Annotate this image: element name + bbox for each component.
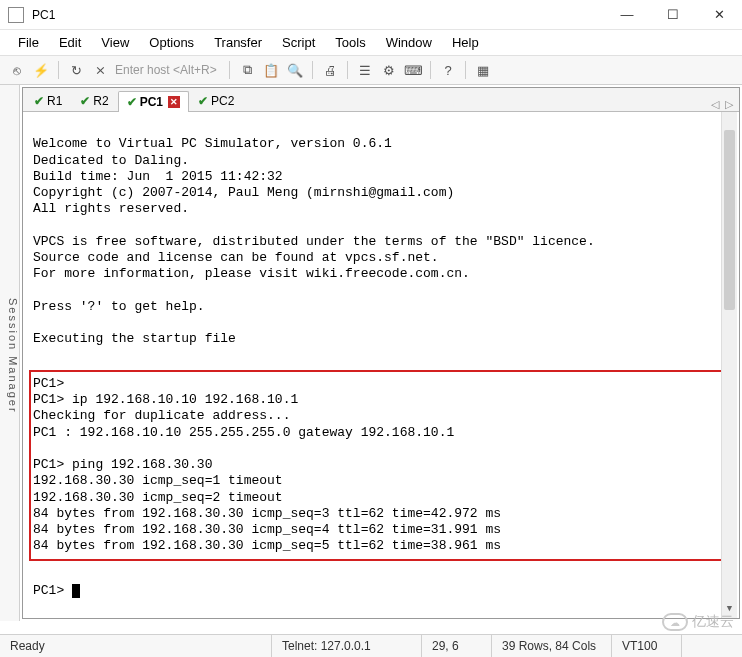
menu-file[interactable]: File <box>10 33 47 52</box>
minimize-button[interactable]: — <box>604 0 650 29</box>
keymap-icon[interactable]: ⌨ <box>402 59 424 81</box>
quick-connect-icon[interactable]: ⚡ <box>30 59 52 81</box>
reconnect-icon[interactable]: ↻ <box>65 59 87 81</box>
status-size: 39 Rows, 84 Cols <box>492 635 612 657</box>
session-tabs: ✔R1 ✔R2 ✔PC1✕ ✔PC2 ◁ ▷ <box>23 88 739 112</box>
annotation: 此时PC1 再次PINGPC2 连通成功！！！ <box>33 617 729 618</box>
copy-icon[interactable]: ⧉ <box>236 59 258 81</box>
tab-prev-icon[interactable]: ◁ <box>711 98 719 111</box>
status-position: 29, 6 <box>422 635 492 657</box>
highlight-box: PC1> PC1> ip 192.168.10.10 192.168.10.1 … <box>29 370 733 561</box>
tab-r2[interactable]: ✔R2 <box>71 90 117 111</box>
session-manager-tab[interactable]: Session Manager <box>0 85 20 621</box>
connect-icon[interactable]: ⎋ <box>6 59 28 81</box>
tab-label: PC2 <box>211 94 234 108</box>
terminal-intro: Welcome to Virtual PC Simulator, version… <box>33 136 595 346</box>
app-icon <box>8 7 24 23</box>
close-tab-icon[interactable]: ✕ <box>168 96 180 108</box>
window-title: PC1 <box>32 8 604 22</box>
status-ready: Ready <box>0 635 272 657</box>
separator <box>58 61 59 79</box>
menu-transfer[interactable]: Transfer <box>206 33 270 52</box>
content-area: ✔R1 ✔R2 ✔PC1✕ ✔PC2 ◁ ▷ Welcome to Virtua… <box>22 87 740 619</box>
status-caps <box>682 635 742 657</box>
tabs-nav: ◁ ▷ <box>705 98 739 111</box>
status-term: VT100 <box>612 635 682 657</box>
cloud-icon: ☁ <box>662 613 688 631</box>
menu-help[interactable]: Help <box>444 33 487 52</box>
find-icon[interactable]: 🔍 <box>284 59 306 81</box>
toolbar: ⎋ ⚡ ↻ ⨯ Enter host <Alt+R> ⧉ 📋 🔍 🖨 ☰ ⚙ ⌨… <box>0 55 742 85</box>
menu-edit[interactable]: Edit <box>51 33 89 52</box>
properties-icon[interactable]: ☰ <box>354 59 376 81</box>
tab-label: PC1 <box>140 95 163 109</box>
new-session-icon[interactable]: ▦ <box>472 59 494 81</box>
status-telnet: Telnet: 127.0.0.1 <box>272 635 422 657</box>
separator <box>430 61 431 79</box>
check-icon: ✔ <box>198 94 208 108</box>
menu-window[interactable]: Window <box>378 33 440 52</box>
scrollbar[interactable]: ▲ ▼ <box>721 112 737 618</box>
tab-next-icon[interactable]: ▷ <box>725 98 733 111</box>
print-icon[interactable]: 🖨 <box>319 59 341 81</box>
maximize-button[interactable]: ☐ <box>650 0 696 29</box>
close-button[interactable]: ✕ <box>696 0 742 29</box>
tab-r1[interactable]: ✔R1 <box>25 90 71 111</box>
separator <box>465 61 466 79</box>
menu-view[interactable]: View <box>93 33 137 52</box>
separator <box>312 61 313 79</box>
watermark: ☁ 亿速云 <box>662 613 734 631</box>
tab-label: R2 <box>93 94 108 108</box>
cursor <box>72 584 80 598</box>
check-icon: ✔ <box>127 95 137 109</box>
disconnect-icon[interactable]: ⨯ <box>89 59 111 81</box>
scroll-thumb[interactable] <box>724 130 735 310</box>
check-icon: ✔ <box>80 94 90 108</box>
help-icon[interactable]: ? <box>437 59 459 81</box>
paste-icon[interactable]: 📋 <box>260 59 282 81</box>
tab-pc1[interactable]: ✔PC1✕ <box>118 91 189 112</box>
options-icon[interactable]: ⚙ <box>378 59 400 81</box>
separator <box>229 61 230 79</box>
window-controls: — ☐ ✕ <box>604 0 742 29</box>
menu-script[interactable]: Script <box>274 33 323 52</box>
menubar: File Edit View Options Transfer Script T… <box>0 30 742 55</box>
terminal-prompt: PC1> <box>33 583 72 598</box>
separator <box>347 61 348 79</box>
host-input[interactable]: Enter host <Alt+R> <box>113 63 223 77</box>
terminal-boxed: PC1> PC1> ip 192.168.10.10 192.168.10.1 … <box>33 376 501 554</box>
titlebar: PC1 — ☐ ✕ <box>0 0 742 30</box>
menu-tools[interactable]: Tools <box>327 33 373 52</box>
statusbar: Ready Telnet: 127.0.0.1 29, 6 39 Rows, 8… <box>0 634 742 657</box>
tab-label: R1 <box>47 94 62 108</box>
watermark-text: 亿速云 <box>692 613 734 631</box>
menu-options[interactable]: Options <box>141 33 202 52</box>
terminal[interactable]: Welcome to Virtual PC Simulator, version… <box>23 112 739 618</box>
tab-pc2[interactable]: ✔PC2 <box>189 90 243 111</box>
check-icon: ✔ <box>34 94 44 108</box>
